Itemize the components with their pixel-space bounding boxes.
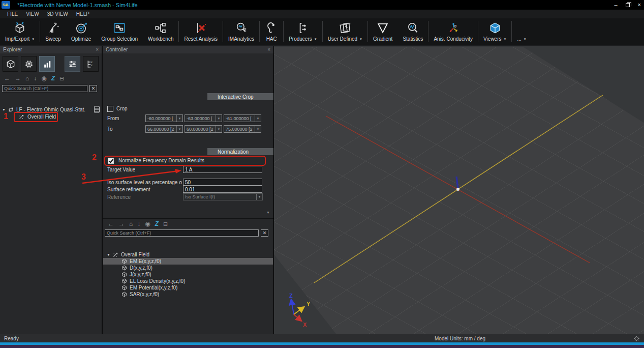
producers-button[interactable]: Producers▼ — [284, 18, 322, 45]
sweep-icon — [47, 21, 60, 35]
collapse-box-icon[interactable]: ⊟ — [59, 75, 64, 82]
result-item[interactable]: EM E(x,y,z,f0) — [103, 258, 273, 265]
tab-simulation[interactable] — [21, 56, 37, 72]
controller-header: Controller × — [103, 46, 273, 53]
database-icon[interactable] — [94, 106, 100, 113]
restore-button[interactable] — [626, 3, 630, 7]
toolbar-label: Reset Analysis — [184, 36, 218, 42]
close-button[interactable]: × — [638, 2, 641, 8]
visibility-icon[interactable]: ◉ — [145, 220, 150, 227]
user-defined-button[interactable]: User Defined▼ — [323, 18, 367, 45]
statistics-icon — [406, 21, 419, 35]
workbench-icon — [154, 21, 167, 35]
producers-icon — [296, 21, 310, 35]
home-icon[interactable]: ⌂ — [25, 75, 29, 82]
toolbar-label: ... — [517, 36, 521, 42]
down-icon[interactable]: ↓ — [137, 220, 140, 227]
forward-icon[interactable]: → — [15, 75, 21, 82]
section-title: Normalization — [218, 149, 249, 155]
to-label: To — [107, 126, 113, 132]
tab-hierarchy[interactable]: cc — [83, 56, 99, 72]
down-icon[interactable]: ↓ — [34, 75, 37, 82]
expand-caret-icon[interactable]: ▼ — [107, 253, 110, 256]
iso-level-input[interactable] — [183, 179, 262, 186]
collapse-box-icon[interactable]: ⊟ — [163, 221, 168, 227]
result-item[interactable]: EL Loss Density(x,y,z,f0) — [103, 278, 273, 284]
controller-divider — [103, 218, 273, 219]
crop-to-x[interactable]: 66.000000 [2▼ — [145, 125, 183, 133]
user-defined-icon — [339, 21, 352, 35]
anis-conductivity-icon: σ — [447, 21, 460, 35]
results-root-row[interactable]: ▼ Overall Field — [107, 251, 149, 258]
chevron-down-icon[interactable]: ▼ — [524, 38, 527, 41]
result-item[interactable]: EM Potential(x,y,z,f0) — [103, 284, 273, 291]
viewport-3d[interactable]: Z Y X — [273, 46, 644, 334]
result-item[interactable]: SAR(x,y,z,f0) — [103, 291, 273, 298]
controller-search-clear-icon[interactable]: ✕ — [261, 229, 268, 237]
sliders-icon — [68, 59, 78, 69]
explorer-close-icon[interactable]: × — [96, 47, 99, 52]
sweep-button[interactable]: Sweep — [40, 18, 66, 45]
scroll-down-icon[interactable]: ▼ — [266, 211, 270, 214]
chevron-down-icon[interactable]: ▼ — [314, 38, 317, 41]
menu-3d-view[interactable]: 3D VIEW — [43, 11, 72, 17]
crop-checkbox[interactable] — [107, 106, 113, 112]
result-item[interactable]: J(x,y,z,f0) — [103, 271, 273, 278]
bar-chart-icon — [42, 59, 52, 69]
controller-search-input[interactable] — [105, 229, 259, 237]
home-icon[interactable]: ⌂ — [129, 220, 133, 227]
toolbar-label: HAC — [266, 36, 277, 42]
explorer-search-input[interactable] — [2, 85, 87, 92]
crop-from-x[interactable]: -60.000000 [▼ — [145, 114, 183, 122]
back-icon[interactable]: ← — [4, 75, 10, 82]
crop-to-y[interactable]: 60.000000 [2▼ — [185, 125, 222, 133]
expand-caret-icon[interactable]: ▼ — [2, 108, 6, 111]
chevron-down-icon: ▼ — [256, 194, 262, 200]
menu-help[interactable]: HELP — [72, 11, 94, 17]
imanalytics-button[interactable]: IMAnalytics — [223, 18, 259, 45]
anis-conductivity-button[interactable]: σ Anis. Conducivity — [428, 18, 478, 45]
explorer-search-clear-icon[interactable]: ✕ — [89, 85, 97, 92]
reset-analysis-button[interactable]: Reset Analysis — [179, 18, 223, 45]
window-title: *Electrode with Nerve Model-1.smash - Si… — [17, 2, 138, 8]
reference-label: Reference — [107, 194, 131, 200]
group-selection-button[interactable]: Group Selection — [96, 18, 143, 45]
chevron-down-icon: ▼ — [255, 126, 261, 132]
controller-close-icon[interactable]: × — [267, 47, 270, 52]
menu-view[interactable]: VIEW — [22, 11, 43, 17]
status-ready: Ready — [4, 336, 19, 341]
optimize-button[interactable]: Optimize — [66, 18, 96, 45]
statistics-button[interactable]: Statistics — [397, 18, 428, 45]
tab-analysis[interactable] — [39, 56, 55, 72]
crop-label: Crop — [116, 106, 128, 111]
electrode-model[interactable] — [456, 177, 458, 189]
gradient-button[interactable]: Gradient — [368, 18, 397, 45]
chip-icon — [24, 59, 34, 69]
more-tools-button[interactable]: ...▼ — [512, 18, 531, 45]
crop-to-z[interactable]: 75.000000 [2▼ — [224, 125, 261, 133]
surface-refinement-input[interactable] — [183, 186, 262, 193]
crop-from-y[interactable]: -63.000000 [▼ — [185, 114, 222, 122]
viewers-button[interactable]: Viewers▼ — [478, 18, 511, 45]
crop-from-z[interactable]: -61.000000 [▼ — [224, 114, 261, 122]
menu-file[interactable]: FILE — [3, 11, 22, 17]
minimize-button[interactable]: – — [614, 2, 617, 8]
tab-properties[interactable] — [65, 56, 80, 72]
forward-icon[interactable]: → — [118, 220, 125, 227]
chevron-down-icon[interactable]: ▼ — [32, 38, 35, 41]
visibility-icon[interactable]: ◉ — [41, 75, 46, 82]
zoom-selection-icon[interactable]: Z — [51, 75, 55, 82]
chevron-down-icon: ▼ — [255, 115, 261, 122]
workbench-button[interactable]: Workbench — [143, 18, 178, 45]
target-value-input[interactable] — [183, 166, 262, 173]
tab-model[interactable] — [3, 56, 18, 72]
toolbar-label: Viewers — [483, 36, 501, 42]
hac-button[interactable]: HAC — [260, 18, 283, 45]
chevron-down-icon[interactable]: ▼ — [359, 38, 362, 41]
back-icon[interactable]: ← — [108, 220, 114, 227]
zoom-selection-icon[interactable]: Z — [155, 220, 159, 227]
result-item[interactable]: D(x,y,z,f0) — [103, 265, 273, 271]
imp-export-button[interactable]: Imp/Export▼ — [0, 18, 40, 45]
explorer-header: Explorer × — [0, 46, 102, 53]
chevron-down-icon[interactable]: ▼ — [504, 38, 507, 41]
